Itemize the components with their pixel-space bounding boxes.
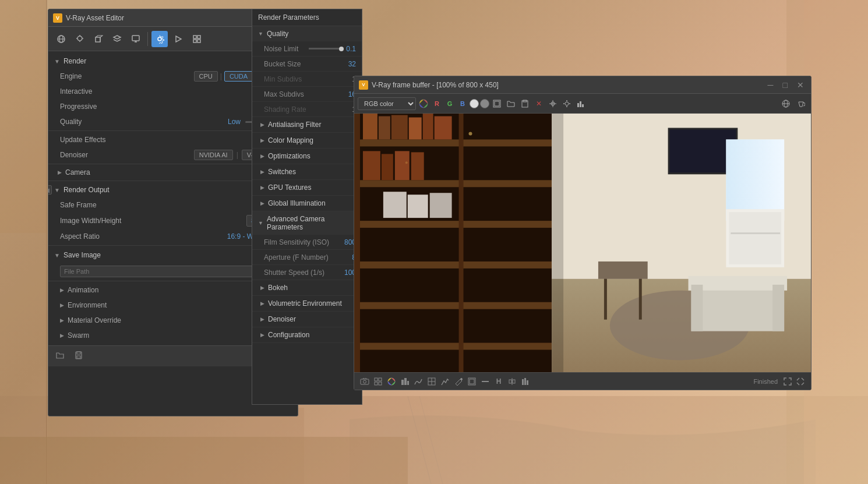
quality-group-header[interactable]: ▼ Quality (252, 26, 362, 41)
vfb-bar2-icon[interactable] (412, 376, 424, 387)
tea-tool-icon[interactable] (795, 97, 807, 110)
svg-rect-51 (354, 262, 575, 269)
vfb-cam-icon[interactable] (359, 376, 371, 387)
vfb-mark-icon[interactable] (479, 376, 491, 387)
advanced-camera-header[interactable]: ▼ Advanced Camera Parameters (252, 211, 362, 235)
vfb-bar1-icon[interactable] (399, 376, 411, 387)
svg-rect-60 (409, 118, 422, 140)
optimizations-item[interactable]: ▶ Optimizations (252, 149, 362, 164)
noise-thumb[interactable] (339, 47, 344, 51)
switches-item[interactable]: ▶ Switches (252, 164, 362, 180)
quality-group-arrow-icon: ▼ (258, 31, 263, 37)
svg-rect-27 (197, 40, 200, 43)
green-channel-button[interactable]: G (444, 98, 456, 109)
render-arrow-icon: ▼ (54, 58, 60, 65)
vfb-titlebar: V V-Ray frame buffer - [100% of 800 x 45… (354, 76, 811, 94)
color-mode-select[interactable]: RGB color (358, 97, 416, 110)
adjust-tool-icon[interactable] (560, 97, 573, 110)
blue-channel-button[interactable]: B (457, 98, 468, 109)
vfb-title: V-Ray frame buffer - [100% of 800 x 450] (372, 81, 765, 89)
toolbar-render-icon[interactable] (170, 31, 186, 47)
expand-button[interactable]: ◀ (48, 185, 52, 195)
svg-rect-24 (193, 36, 196, 38)
vfb-collapse-icon[interactable] (795, 376, 806, 387)
toolbar-gear-icon[interactable] (151, 31, 168, 47)
save-file-icon[interactable] (74, 351, 83, 362)
delete-tool-icon[interactable]: ✕ (532, 97, 545, 110)
white-circle-button[interactable] (470, 99, 479, 108)
cpu-button[interactable]: CPU (194, 71, 218, 82)
toolbar-globe-icon[interactable] (53, 31, 69, 47)
vfb-bar5-icon[interactable] (520, 376, 531, 387)
svg-rect-49 (354, 180, 575, 187)
volumetric-environment-item[interactable]: ▶ Volumetric Environment (252, 296, 362, 312)
vfb-lut-icon[interactable] (426, 376, 437, 387)
color-wheel-icon[interactable] (417, 97, 430, 110)
vfb-image-area[interactable] (354, 114, 811, 372)
svg-rect-109 (513, 380, 515, 383)
open-folder-icon[interactable] (55, 351, 65, 362)
toolbar-light-icon[interactable] (72, 31, 88, 47)
histogram-tool-icon[interactable] (574, 97, 587, 110)
toolbar-box-icon[interactable] (90, 31, 107, 47)
folder-tool-icon[interactable] (504, 97, 517, 110)
gray-circle-button[interactable] (480, 99, 489, 108)
toolbar-view-icon[interactable] (189, 31, 205, 47)
toolbar-layers-icon[interactable] (109, 31, 125, 47)
min-subdivs-row: Min Subdivs 1 (252, 72, 362, 87)
red-channel-button[interactable]: R (431, 98, 443, 109)
bokeh-item[interactable]: ▶ Bokeh (252, 280, 362, 296)
vfb-frame-icon[interactable] (466, 376, 478, 387)
global-illumination-item[interactable]: ▶ Global Illumination (252, 196, 362, 211)
vfb-grid-icon[interactable] (372, 376, 384, 387)
svg-rect-80 (598, 262, 648, 279)
svg-rect-26 (193, 40, 196, 43)
vfb-minimize-button[interactable]: ─ (765, 79, 776, 91)
vfb-chart-icon[interactable] (439, 376, 451, 387)
configuration-item[interactable]: ▶ Configuration (252, 327, 362, 343)
clipboard-tool-icon[interactable] (518, 97, 531, 110)
toolbar-monitor-icon[interactable] (128, 31, 144, 47)
svg-rect-84 (772, 285, 784, 331)
svg-rect-66 (411, 152, 424, 180)
configuration-arrow-icon: ▶ (260, 332, 264, 338)
render-output-arrow-icon: ▼ (54, 187, 60, 193)
vfb-maximize-button[interactable]: □ (781, 79, 790, 91)
svg-rect-18 (96, 37, 100, 42)
svg-rect-83 (691, 285, 703, 331)
svg-rect-91 (361, 379, 369, 384)
camera-arrow-icon: ▶ (58, 169, 62, 175)
svg-point-23 (158, 37, 161, 41)
svg-rect-88 (552, 114, 563, 372)
vfb-pencil-icon[interactable] (453, 376, 464, 387)
layers-tool-icon[interactable] (491, 97, 503, 110)
color-mapping-item[interactable]: ▶ Color Mapping (252, 133, 362, 149)
vfb-close-button[interactable]: ✕ (795, 79, 806, 91)
svg-rect-111 (524, 378, 526, 385)
globe-tool-icon[interactable] (779, 97, 792, 110)
vfb-icon: V (359, 80, 368, 90)
svg-rect-20 (132, 36, 139, 41)
svg-rect-82 (689, 276, 788, 291)
svg-rect-50 (354, 221, 575, 228)
svg-point-90 (405, 161, 408, 164)
antialiasing-item[interactable]: ▶ Antialiasing Filter (252, 117, 362, 133)
nvidia-ai-button[interactable]: NVIDIA AI (194, 150, 233, 160)
noise-track[interactable] (309, 48, 344, 50)
cuda-button[interactable]: CUDA (224, 71, 253, 82)
vfb-color-icon[interactable] (386, 376, 397, 387)
vfb-h-icon[interactable]: H (493, 376, 504, 387)
crosshair-tool-icon[interactable] (546, 97, 559, 110)
svg-rect-54 (354, 114, 360, 372)
gpu-textures-item[interactable]: ▶ GPU Textures (252, 180, 362, 196)
vfb-divider1-icon[interactable] (506, 376, 518, 387)
file-path-input[interactable] (60, 266, 280, 277)
svg-rect-73 (670, 129, 736, 172)
noise-slider[interactable]: 0.1 (309, 45, 356, 53)
render-params-panel: Render Parameters ▼ Quality Noise Limit … (252, 9, 362, 405)
denoiser-params-item[interactable]: ▶ Denoiser (252, 312, 362, 327)
vfb-expand-icon[interactable] (782, 376, 793, 387)
max-subdivs-row: Max Subdivs 16 (252, 87, 362, 102)
svg-point-13 (77, 36, 82, 41)
render-scene (354, 114, 811, 372)
